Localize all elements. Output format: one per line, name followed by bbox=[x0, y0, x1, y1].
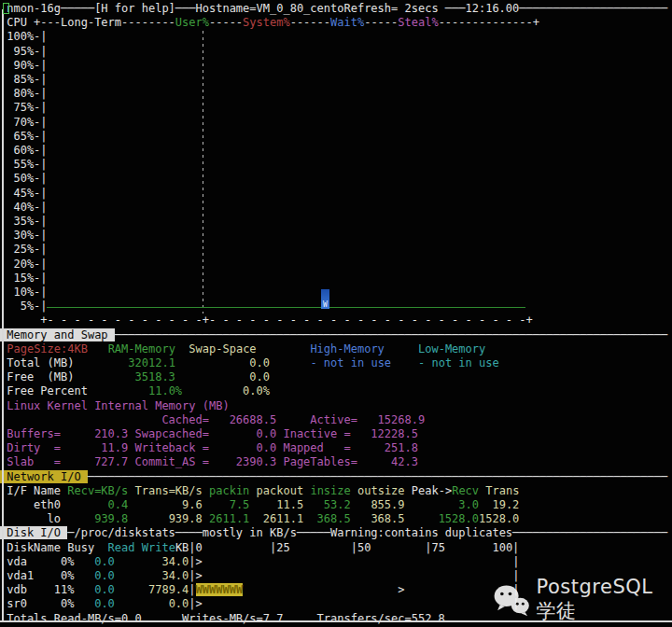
disk-row-vdb-segment: vdb 11% bbox=[0, 583, 94, 596]
network-row-eth0-segment: 855.9 bbox=[351, 498, 405, 511]
disk-row-vda1-segment: |> bbox=[189, 569, 202, 582]
disk-row-vda-segment bbox=[203, 555, 512, 568]
disk-row-sr0-segment: 0.0 bbox=[169, 597, 189, 610]
title-bar-segment: nmon-16g─────[H for help]───Hostname=VM_… bbox=[0, 2, 667, 15]
network-col-headers-segment bbox=[405, 484, 412, 497]
memory-free-percent-row-segment: Free Percent bbox=[0, 384, 148, 397]
disk-totals-row: Totals Read-MB/s=0.0 Writes-MB/s=7.7 Tra… bbox=[0, 612, 445, 626]
network-col-headers-segment: Recv bbox=[452, 484, 479, 497]
kernel-memory-row-2-segment: Buffers= 210.3 Swapcached= 0.0 Inactive … bbox=[0, 427, 418, 440]
cpu-box-header-segment: Wait% bbox=[330, 16, 364, 29]
kernel-memory-title-segment: Linux Kernel Internal Memory (MB) bbox=[0, 399, 230, 412]
network-row-lo: lo 939.8 939.8 2611.1 2611.1 368.5 368.5… bbox=[0, 512, 519, 526]
cpu-yaxis-75-segment: 75%-| bbox=[0, 101, 48, 114]
memory-total-row-segment bbox=[391, 356, 418, 369]
cpu-yaxis-35: 35%-| bbox=[0, 215, 48, 229]
title-bar: nmon-16g─────[H for help]───Hostname=VM_… bbox=[0, 2, 667, 16]
network-col-headers-segment: packout bbox=[257, 484, 304, 497]
disk-row-sr0-segment bbox=[203, 597, 512, 610]
kernel-memory-row-3-segment: Dirty = 11.9 Writeback = 0.0 Mapped = 25… bbox=[0, 441, 418, 454]
disk-row-sr0-segment: 0.0 bbox=[94, 597, 115, 610]
network-row-lo-segment: 2611.1 bbox=[203, 512, 250, 525]
memory-total-row-segment bbox=[270, 356, 310, 369]
network-row-eth0: eth0 0.4 9.6 7.5 11.5 53.2 855.9 3.0 19.… bbox=[0, 498, 519, 512]
memory-col-headers-segment: High-Memory bbox=[310, 342, 384, 355]
memory-total-row-segment: 32012.1 bbox=[128, 356, 175, 369]
disk-row-vdb-segment bbox=[243, 583, 398, 596]
cpu-xaxis-segment: +- - - - - - - - - - - -+- - - - - - - -… bbox=[0, 314, 533, 327]
cpu-chart-time-gridline bbox=[203, 31, 203, 314]
disk-row-vda-segment: vda 0% bbox=[0, 555, 94, 568]
disk-col-headers: DiskName Busy Read WriteKB|0 |25 |50 |75… bbox=[0, 541, 519, 555]
network-col-headers-segment: Trans bbox=[485, 484, 519, 497]
cpu-yaxis-65: 65%-| bbox=[0, 130, 48, 144]
network-row-lo-segment: 1528.0 bbox=[405, 512, 479, 525]
network-row-lo-segment: 368.5 bbox=[303, 512, 351, 525]
network-row-lo-segment: 939.8 bbox=[61, 512, 128, 525]
network-row-eth0-segment: 7.5 bbox=[203, 498, 250, 511]
memory-col-headers-segment: Swap-Space bbox=[189, 342, 256, 355]
memory-col-headers-segment bbox=[88, 342, 108, 355]
disk-row-vda1-segment: 0.0 bbox=[94, 569, 115, 582]
network-col-headers-segment bbox=[249, 484, 256, 497]
kernel-memory-row-1: Cached= 26688.5 Active= 15268.9 bbox=[0, 413, 425, 427]
memory-free-percent-row: Free Percent 11.0% 0.0% bbox=[0, 384, 270, 398]
disk-section-header-segment: Disk I/O bbox=[0, 526, 67, 539]
cpu-yaxis-35-segment: 35%-| bbox=[0, 215, 48, 228]
cpu-yaxis-40: 40%-| bbox=[0, 201, 48, 215]
disk-row-vdb-segment: > bbox=[398, 583, 404, 596]
disk-col-headers-segment: KB|0 bbox=[175, 541, 203, 554]
kernel-memory-title: Linux Kernel Internal Memory (MB) bbox=[0, 399, 230, 413]
network-section-header: Network I/O ────────────────────────────… bbox=[0, 470, 667, 484]
cpu-yaxis-75: 75%-| bbox=[0, 101, 48, 115]
watermark: PostgreSQL学徒 bbox=[492, 576, 672, 624]
disk-row-vda: vda 0% 0.0 34.0|> | bbox=[0, 555, 519, 569]
cpu-box-header-segment: --------------+ bbox=[439, 16, 539, 29]
cpu-yaxis-40-segment: 40%-| bbox=[0, 201, 48, 214]
memory-free-percent-row-segment: 11.0% bbox=[148, 384, 182, 397]
cpu-yaxis-15-segment: 15%-| bbox=[0, 272, 48, 285]
network-row-lo-segment: lo bbox=[0, 512, 61, 525]
cpu-yaxis-30-segment: 30%-| bbox=[0, 229, 48, 242]
terminal-cursor bbox=[3, 3, 9, 14]
network-row-eth0-segment: eth0 bbox=[0, 498, 61, 511]
disk-row-vda-segment: |> bbox=[189, 555, 202, 568]
nmon-terminal-screen[interactable]: nmon-16g─────[H for help]───Hostname=VM_… bbox=[0, 0, 672, 627]
cpu-yaxis-70-segment: 70%-| bbox=[0, 116, 48, 129]
cpu-yaxis-50: 50%-| bbox=[0, 172, 48, 186]
kernel-memory-row-4: Slab = 727.7 Commit_AS = 2390.3 PageTabl… bbox=[0, 455, 418, 469]
cpu-yaxis-55-segment: 55%-| bbox=[0, 158, 48, 171]
network-col-headers-segment bbox=[203, 484, 209, 497]
disk-totals-row-segment: Totals Read-MB/s=0.0 Writes-MB/s=7.7 Tra… bbox=[0, 612, 445, 625]
disk-row-vdb-segment: 0.0 bbox=[94, 583, 115, 596]
memory-col-headers-segment: Low-Memory bbox=[418, 342, 485, 355]
network-row-lo-segment: 2611.1 bbox=[249, 512, 303, 525]
disk-row-sr0: sr0 0% 0.0 0.0|> | bbox=[0, 597, 519, 611]
disk-col-headers-segment: Write bbox=[135, 541, 175, 554]
network-col-headers-segment bbox=[351, 484, 357, 497]
cpu-yaxis-15: 15%-| bbox=[0, 272, 48, 286]
network-col-headers-segment: packin bbox=[209, 484, 249, 497]
memory-col-headers-segment bbox=[257, 342, 311, 355]
memory-free-row-segment bbox=[175, 370, 249, 383]
cpu-wait-spike: W bbox=[321, 289, 329, 309]
disk-row-sr0-segment: sr0 0% bbox=[0, 597, 94, 610]
cpu-box-header-segment: System% bbox=[243, 16, 290, 29]
cpu-yaxis-25-segment: 25%-| bbox=[0, 243, 48, 256]
memory-col-headers: PageSize:4KB RAM-Memory Swap-Space High-… bbox=[0, 342, 485, 356]
disk-row-vda-segment bbox=[115, 555, 162, 568]
cpu-yaxis-80: 80%-| bbox=[0, 87, 48, 101]
cpu-box-header-segment: Steal% bbox=[398, 16, 438, 29]
memory-col-headers-segment bbox=[175, 342, 189, 355]
kernel-memory-row-1-segment: Cached= 26688.5 Active= 15268.9 bbox=[0, 413, 425, 426]
memory-col-headers-segment: RAM-Memory bbox=[108, 342, 175, 355]
memory-free-row-segment: 0.0 bbox=[249, 370, 270, 383]
cpu-box-header-segment: CPU +---Long-Term-------- bbox=[0, 16, 175, 29]
disk-row-vdb-segment: WWWWWWW bbox=[196, 583, 244, 596]
disk-col-headers-segment: |25 |50 |75 100| bbox=[203, 541, 520, 554]
memory-free-row: Free (MB) 3518.3 0.0 bbox=[0, 370, 270, 384]
disk-col-headers-segment: Read bbox=[94, 541, 134, 554]
network-row-lo-segment: 939.8 bbox=[128, 512, 202, 525]
cpu-yaxis-85: 85%-| bbox=[0, 73, 48, 87]
memory-col-headers-segment: PageSize:4KB bbox=[7, 342, 88, 355]
